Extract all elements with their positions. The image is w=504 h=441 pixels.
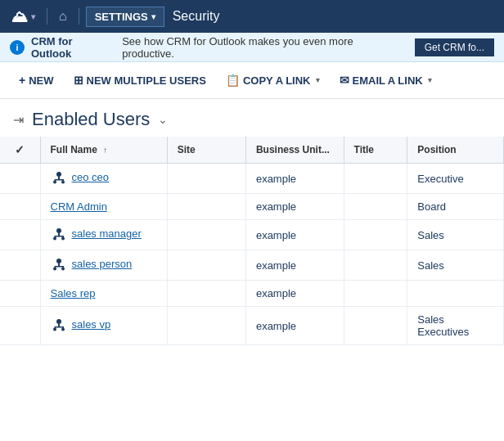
row-checkbox[interactable] [0,194,40,220]
row-checkbox[interactable] [0,250,40,281]
nav-separator-2 [79,8,79,25]
row-site [167,164,245,194]
svg-point-14 [56,259,61,263]
new-button-label: NEW [29,74,53,87]
nav-separator-1 [47,8,47,25]
row-position: Board [407,194,504,220]
svg-point-0 [56,172,61,177]
row-title [344,281,407,307]
title-column-header[interactable]: Title [344,137,407,164]
svg-rect-26 [54,326,56,329]
app-logo-icon: ⛰ [11,7,28,26]
nav-bar: ⛰ ▾ ⌂ SETTINGS ▾ Security [0,0,504,33]
svg-rect-19 [54,266,56,268]
toolbar: + NEW ⊞ NEW MULTIPLE USERS 📋 COPY A LINK… [0,62,504,99]
row-businessunit: example [245,307,344,345]
position-column-header[interactable]: Position [407,137,504,164]
new-multiple-users-button[interactable]: ⊞ NEW MULTIPLE USERS [65,69,215,92]
table-row[interactable]: CRM AdminexampleBoard [0,194,504,220]
row-title [344,307,407,345]
row-fullname-link[interactable]: Sales rep [51,287,96,299]
row-fullname[interactable]: CRM Admin [40,194,167,220]
svg-rect-12 [54,236,56,238]
user-hierarchy-icon [51,170,67,187]
email-link-label: EMAIL A LINK [353,74,423,87]
info-icon: i [10,40,25,55]
row-businessunit: example [245,220,344,250]
row-title [344,164,407,194]
row-site [167,250,245,281]
row-checkbox[interactable] [0,164,40,194]
svg-rect-2 [55,179,63,181]
table-row[interactable]: Sales repexample [0,281,504,307]
table-header: ✓ Full Name ↑ Site Business Unit... Titl… [0,137,504,164]
svg-rect-22 [58,324,60,326]
row-fullname[interactable]: sales person [40,250,167,281]
row-fullname[interactable]: sales manager [40,220,167,250]
table-row[interactable]: ceo ceoexampleExecutive [0,164,504,194]
email-icon: ✉ [340,74,349,87]
page-header: ⇥ Enabled Users ⌄ [0,99,504,137]
security-page-title: Security [173,9,220,24]
row-fullname-link[interactable]: ceo ceo [72,171,110,183]
new-button[interactable]: + NEW [10,69,63,92]
table-row[interactable]: sales personexampleSales [0,250,504,281]
row-checkbox[interactable] [0,307,40,345]
row-fullname-link[interactable]: sales manager [72,227,142,240]
table-row[interactable]: sales managerexampleSales [0,220,504,250]
users-table: ✓ Full Name ↑ Site Business Unit... Titl… [0,137,504,345]
sort-asc-icon: ↑ [103,146,107,155]
row-fullname-link[interactable]: CRM Admin [51,200,107,213]
svg-point-21 [56,319,61,324]
row-site [167,281,245,307]
view-dropdown-icon[interactable]: ⌄ [158,113,168,126]
svg-rect-27 [62,326,64,329]
logo-chevron-icon: ▾ [31,12,35,21]
user-hierarchy-icon [51,317,67,334]
page-title: Enabled Users [32,109,150,130]
row-position [407,281,504,307]
user-hierarchy-icon [51,227,67,243]
copy-link-label: COPY A LINK [243,74,311,87]
table-row[interactable]: sales vpexampleSales Executives [0,307,504,345]
home-icon[interactable]: ⌂ [54,9,72,24]
crm-banner-title: CRM for Outlook [31,35,115,60]
businessunit-column-header[interactable]: Business Unit... [245,137,344,164]
copy-link-button[interactable]: 📋 COPY A LINK ▾ [217,69,329,92]
table-body: ceo ceoexampleExecutiveCRM AdminexampleB… [0,164,504,345]
row-checkbox[interactable] [0,281,40,307]
row-position: Sales [407,220,504,250]
row-checkbox[interactable] [0,220,40,250]
row-businessunit: example [245,281,344,307]
row-businessunit: example [245,164,344,194]
row-site [167,194,245,220]
svg-rect-8 [58,233,60,236]
svg-point-7 [56,228,61,233]
row-fullname[interactable]: sales vp [40,307,167,345]
row-fullname-link[interactable]: sales vp [72,318,111,331]
email-link-dropdown-icon: ▾ [428,76,432,84]
row-fullname-link[interactable]: sales person [72,258,133,270]
row-businessunit: example [245,194,344,220]
user-hierarchy-icon [51,257,67,273]
crm-banner-description: See how CRM for Outlook makes you even m… [122,35,407,60]
row-businessunit: example [245,250,344,281]
svg-rect-1 [58,177,60,179]
plus-icon: + [19,74,25,87]
new-multiple-users-label: NEW MULTIPLE USERS [87,74,206,87]
get-crm-button[interactable]: Get CRM fo... [415,38,494,56]
settings-label: SETTINGS [95,11,148,23]
row-fullname[interactable]: Sales rep [40,281,167,307]
email-link-button[interactable]: ✉ EMAIL A LINK ▾ [331,69,441,92]
select-all-header[interactable]: ✓ [0,137,40,164]
site-column-header[interactable]: Site [167,137,245,164]
svg-rect-15 [58,263,60,266]
row-site [167,220,245,250]
row-fullname[interactable]: ceo ceo [40,164,167,194]
pin-icon: ⇥ [13,112,24,128]
fullname-column-header[interactable]: Full Name ↑ [40,137,167,164]
nav-logo[interactable]: ⛰ ▾ [7,7,40,26]
row-title [344,220,407,250]
settings-menu-button[interactable]: SETTINGS ▾ [86,7,164,27]
svg-rect-5 [54,179,56,182]
